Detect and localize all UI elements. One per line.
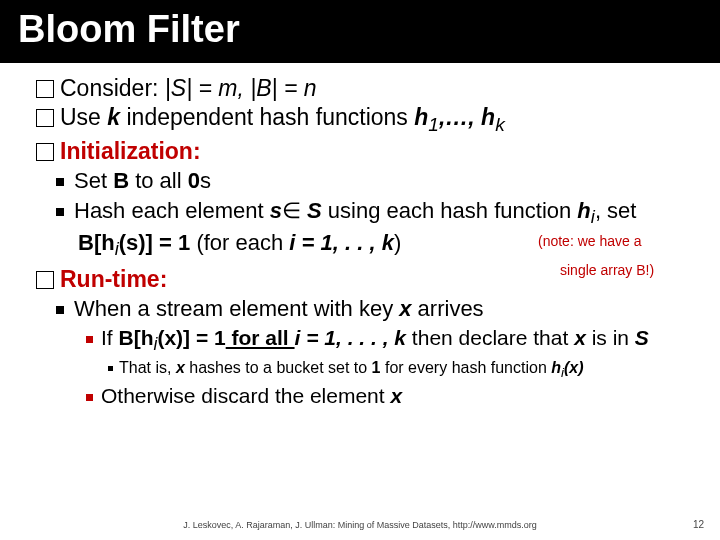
checkbox-icon [36,271,54,289]
slide-body: Consider: |S| = m, |B| = n Use k indepen… [0,63,720,410]
h-var: h [414,104,428,130]
checkbox-icon [36,109,54,127]
square-bullet-icon [56,208,64,216]
square-bullet-small-icon [86,394,93,401]
point-consider: Consider: |S| = m, |B| = n [36,75,700,102]
square-bullet-xs-icon [108,366,113,371]
h-var: h [551,359,561,376]
consider-label: Consider: [60,75,165,101]
point-use: Use k independent hash functions h1,…, h… [36,104,700,136]
runtime-sub-d: If B[hi(x)] = 1 for all i = 1, . . . , k… [86,325,700,356]
xarg: (x)] = 1 [157,326,225,349]
range: i = 1, . . . , k [295,326,406,349]
text: arrives [412,296,484,321]
dots: ,…, [439,104,481,130]
text: to all [129,168,188,193]
note-line1: (note: we have a [538,233,642,249]
text: then declare that [406,326,574,349]
hk-sub: k [495,114,505,135]
s-var: s [270,198,282,223]
S-var: S [635,326,649,349]
text: (for each [190,230,289,255]
consider-formula: |S| = m, |B| = n [165,75,317,101]
text: Otherwise discard the element [101,384,390,407]
point-init: Initialization: [36,138,700,165]
x-var: x [399,296,411,321]
sarg: (s)] = 1 [119,230,191,255]
note-box: (note: we have a single array B!) [560,225,700,282]
B: B [113,168,129,193]
runtime-sub-e: That is, x hashes to a bucket set to 1 f… [108,358,700,381]
hk-var: h [481,104,495,130]
runtime-sub-f: Otherwise discard the element x [86,383,700,409]
text: hashes to a bucket set to [185,359,372,376]
bh: B[h [78,230,115,255]
note-line2: single array B!) [560,262,654,278]
text: using each hash function [322,198,578,223]
square-bullet-icon [56,178,64,186]
forall: for all [226,326,295,349]
slide-title: Bloom Filter [0,0,720,63]
xarg: (x) [564,359,584,376]
bh: B[h [119,326,154,349]
use-label: Use [60,104,107,130]
text: for every hash function [381,359,552,376]
text: ) [394,230,401,255]
zero: 0 [188,168,200,193]
text: for all [226,326,295,349]
checkbox-icon [36,80,54,98]
range: i = 1, . . , k [289,230,394,255]
text: is in [586,326,635,349]
x-var: x [390,384,402,407]
init-sub-a: Set B to all 0s [56,167,700,196]
text: When a stream element with key [74,296,399,321]
x-var: x [574,326,586,349]
text: Hash each element [74,198,270,223]
checkbox-icon [36,143,54,161]
text: Set [74,168,113,193]
k-var: k [107,104,120,130]
use-mid: independent hash functions [120,104,414,130]
text: , set [595,198,637,223]
runtime-sub-c: When a stream element with key x arrives [56,295,700,324]
h-sub-1: 1 [428,114,439,135]
footer-citation: J. Leskovec, A. Rajaraman, J. Ullman: Mi… [0,520,720,530]
text: That is, [119,359,176,376]
S-var: S [307,198,322,223]
page-number: 12 [693,519,704,530]
one: 1 [372,359,381,376]
runtime-label: Run-time: [60,266,167,292]
init-sub-b: Hash each element s∈ S using each hash f… [56,197,700,261]
square-bullet-small-icon [86,336,93,343]
element-of-icon: ∈ [282,198,301,223]
text: If [101,326,119,349]
square-bullet-icon [56,306,64,314]
x-var: x [176,359,185,376]
text: s [200,168,211,193]
init-label: Initialization: [60,138,201,164]
h-var: h [577,198,590,223]
